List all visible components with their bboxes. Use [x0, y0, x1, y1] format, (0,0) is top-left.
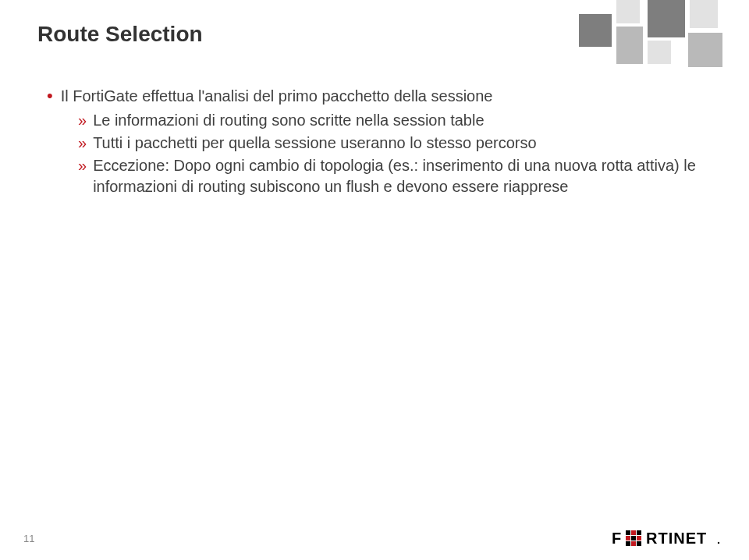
svg-rect-6 [626, 541, 630, 546]
slide: Route Selection • Il FortiGate effettua … [0, 0, 749, 560]
bullet-level-2: » Le informazioni di routing sono scritt… [78, 110, 702, 131]
svg-rect-7 [631, 541, 636, 546]
svg-rect-2 [637, 530, 641, 535]
slide-content: • Il FortiGate effettua l'analisi del pr… [47, 86, 702, 197]
bullet-level-2: » Tutti i pacchetti per quella sessione … [78, 133, 702, 154]
svg-text:F: F [612, 530, 622, 547]
chevron-icon: » [78, 155, 87, 197]
svg-rect-5 [637, 536, 641, 541]
svg-rect-4 [631, 536, 636, 541]
bullet-level-2: » Eccezione: Dopo ogni cambio di topolog… [78, 155, 702, 197]
chevron-icon: » [78, 110, 87, 131]
bullet-dot-icon: • [47, 86, 53, 107]
bullet-text: Le informazioni di routing sono scritte … [93, 110, 702, 131]
bullet-text: Il FortiGate effettua l'analisi del prim… [61, 86, 702, 107]
svg-text:RTINET: RTINET [646, 530, 707, 547]
svg-point-11 [718, 542, 719, 544]
fortinet-logo: F RTINET [612, 527, 721, 548]
chevron-icon: » [78, 133, 87, 154]
page-number: 11 [23, 533, 34, 544]
svg-rect-0 [626, 530, 630, 535]
svg-rect-1 [631, 530, 636, 535]
svg-rect-8 [637, 541, 641, 546]
bullet-text: Eccezione: Dopo ogni cambio di topologia… [93, 155, 702, 197]
bullet-level-1: • Il FortiGate effettua l'analisi del pr… [47, 86, 702, 107]
svg-rect-3 [626, 536, 630, 541]
bullet-text: Tutti i pacchetti per quella sessione us… [93, 133, 702, 154]
corner-decoration [579, 0, 727, 74]
slide-title: Route Selection [37, 22, 203, 47]
